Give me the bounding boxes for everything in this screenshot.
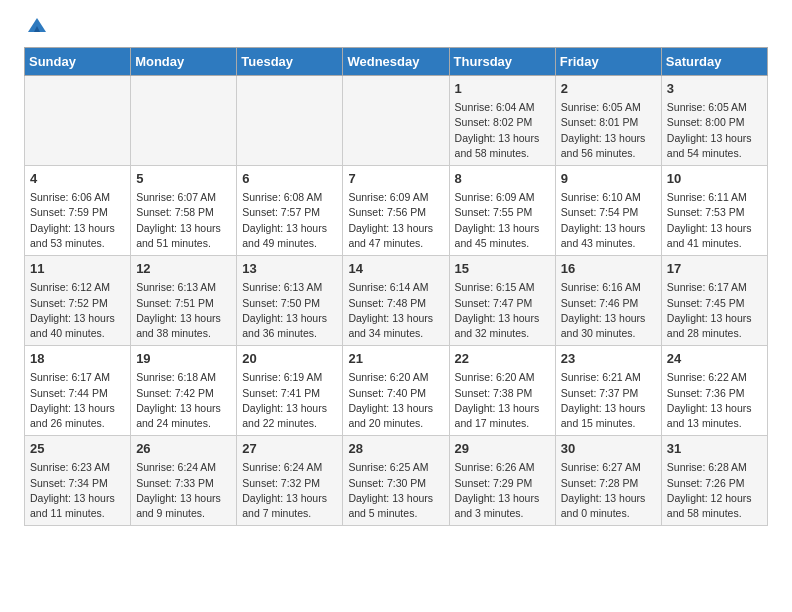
calendar-day-cell: 22Sunrise: 6:20 AMSunset: 7:38 PMDayligh…: [449, 346, 555, 436]
day-info-text: and 58 minutes.: [455, 146, 550, 161]
day-info-text: Sunrise: 6:13 AM: [136, 280, 231, 295]
day-number: 31: [667, 440, 762, 458]
day-info-text: Daylight: 13 hours: [348, 311, 443, 326]
day-number: 21: [348, 350, 443, 368]
day-number: 16: [561, 260, 656, 278]
day-info-text: and 45 minutes.: [455, 236, 550, 251]
day-info-text: and 40 minutes.: [30, 326, 125, 341]
day-info-text: Sunset: 7:29 PM: [455, 476, 550, 491]
day-info-text: Daylight: 13 hours: [348, 221, 443, 236]
day-info-text: Daylight: 13 hours: [667, 401, 762, 416]
day-info-text: and 24 minutes.: [136, 416, 231, 431]
day-info-text: Daylight: 13 hours: [561, 311, 656, 326]
day-info-text: Daylight: 13 hours: [455, 401, 550, 416]
day-number: 19: [136, 350, 231, 368]
day-info-text: Daylight: 13 hours: [455, 491, 550, 506]
day-info-text: Daylight: 13 hours: [242, 401, 337, 416]
day-info-text: Daylight: 13 hours: [30, 491, 125, 506]
day-number: 7: [348, 170, 443, 188]
day-info-text: Sunset: 7:32 PM: [242, 476, 337, 491]
calendar-day-cell: 29Sunrise: 6:26 AMSunset: 7:29 PMDayligh…: [449, 436, 555, 526]
day-info-text: Sunrise: 6:24 AM: [242, 460, 337, 475]
logo: [24, 20, 48, 41]
day-info-text: Sunrise: 6:16 AM: [561, 280, 656, 295]
day-info-text: Sunset: 7:40 PM: [348, 386, 443, 401]
calendar-week-row: 4Sunrise: 6:06 AMSunset: 7:59 PMDaylight…: [25, 166, 768, 256]
calendar-day-cell: 1Sunrise: 6:04 AMSunset: 8:02 PMDaylight…: [449, 76, 555, 166]
logo-icon: [26, 16, 48, 34]
weekday-header-wednesday: Wednesday: [343, 48, 449, 76]
day-info-text: Sunrise: 6:05 AM: [667, 100, 762, 115]
weekday-header-saturday: Saturday: [661, 48, 767, 76]
day-info-text: Sunset: 7:38 PM: [455, 386, 550, 401]
day-info-text: Sunrise: 6:24 AM: [136, 460, 231, 475]
day-info-text: Sunrise: 6:10 AM: [561, 190, 656, 205]
day-info-text: Sunset: 7:45 PM: [667, 296, 762, 311]
day-info-text: Sunset: 7:53 PM: [667, 205, 762, 220]
day-info-text: Daylight: 13 hours: [348, 491, 443, 506]
day-number: 25: [30, 440, 125, 458]
day-info-text: Sunset: 7:41 PM: [242, 386, 337, 401]
day-info-text: Sunrise: 6:26 AM: [455, 460, 550, 475]
day-info-text: Sunset: 7:50 PM: [242, 296, 337, 311]
day-info-text: Sunset: 7:56 PM: [348, 205, 443, 220]
day-info-text: and 51 minutes.: [136, 236, 231, 251]
day-info-text: and 3 minutes.: [455, 506, 550, 521]
calendar-day-cell: 16Sunrise: 6:16 AMSunset: 7:46 PMDayligh…: [555, 256, 661, 346]
calendar-day-cell: 12Sunrise: 6:13 AMSunset: 7:51 PMDayligh…: [131, 256, 237, 346]
calendar-day-cell: 26Sunrise: 6:24 AMSunset: 7:33 PMDayligh…: [131, 436, 237, 526]
day-info-text: and 26 minutes.: [30, 416, 125, 431]
day-info-text: Sunset: 8:00 PM: [667, 115, 762, 130]
page-header: [24, 20, 768, 41]
day-info-text: Sunrise: 6:12 AM: [30, 280, 125, 295]
day-number: 1: [455, 80, 550, 98]
day-info-text: Sunset: 7:36 PM: [667, 386, 762, 401]
day-info-text: Daylight: 13 hours: [455, 131, 550, 146]
day-info-text: Daylight: 13 hours: [561, 221, 656, 236]
day-info-text: Sunset: 7:26 PM: [667, 476, 762, 491]
day-info-text: and 15 minutes.: [561, 416, 656, 431]
day-info-text: Sunrise: 6:21 AM: [561, 370, 656, 385]
day-number: 5: [136, 170, 231, 188]
day-info-text: Sunrise: 6:09 AM: [348, 190, 443, 205]
weekday-header-thursday: Thursday: [449, 48, 555, 76]
day-info-text: and 5 minutes.: [348, 506, 443, 521]
day-info-text: and 34 minutes.: [348, 326, 443, 341]
calendar-day-cell: 24Sunrise: 6:22 AMSunset: 7:36 PMDayligh…: [661, 346, 767, 436]
day-info-text: and 47 minutes.: [348, 236, 443, 251]
calendar-day-cell: 25Sunrise: 6:23 AMSunset: 7:34 PMDayligh…: [25, 436, 131, 526]
day-info-text: and 38 minutes.: [136, 326, 231, 341]
day-info-text: and 13 minutes.: [667, 416, 762, 431]
day-info-text: Daylight: 13 hours: [30, 221, 125, 236]
day-number: 22: [455, 350, 550, 368]
day-info-text: and 43 minutes.: [561, 236, 656, 251]
day-info-text: Daylight: 13 hours: [667, 221, 762, 236]
calendar-day-cell: 8Sunrise: 6:09 AMSunset: 7:55 PMDaylight…: [449, 166, 555, 256]
day-info-text: Daylight: 13 hours: [136, 401, 231, 416]
day-info-text: Sunrise: 6:23 AM: [30, 460, 125, 475]
calendar-day-cell: 30Sunrise: 6:27 AMSunset: 7:28 PMDayligh…: [555, 436, 661, 526]
calendar-day-cell: 27Sunrise: 6:24 AMSunset: 7:32 PMDayligh…: [237, 436, 343, 526]
calendar-day-cell: 5Sunrise: 6:07 AMSunset: 7:58 PMDaylight…: [131, 166, 237, 256]
day-info-text: Sunrise: 6:05 AM: [561, 100, 656, 115]
day-number: 20: [242, 350, 337, 368]
day-number: 24: [667, 350, 762, 368]
calendar-day-cell: 31Sunrise: 6:28 AMSunset: 7:26 PMDayligh…: [661, 436, 767, 526]
day-info-text: Sunset: 7:33 PM: [136, 476, 231, 491]
day-number: 23: [561, 350, 656, 368]
calendar-week-row: 25Sunrise: 6:23 AMSunset: 7:34 PMDayligh…: [25, 436, 768, 526]
day-info-text: and 41 minutes.: [667, 236, 762, 251]
day-info-text: Daylight: 13 hours: [667, 131, 762, 146]
day-info-text: Sunrise: 6:19 AM: [242, 370, 337, 385]
day-number: 9: [561, 170, 656, 188]
day-number: 17: [667, 260, 762, 278]
day-info-text: Sunrise: 6:17 AM: [30, 370, 125, 385]
day-number: 14: [348, 260, 443, 278]
day-info-text: Sunset: 7:42 PM: [136, 386, 231, 401]
day-number: 13: [242, 260, 337, 278]
day-number: 28: [348, 440, 443, 458]
calendar-day-cell: 21Sunrise: 6:20 AMSunset: 7:40 PMDayligh…: [343, 346, 449, 436]
calendar-day-cell: 15Sunrise: 6:15 AMSunset: 7:47 PMDayligh…: [449, 256, 555, 346]
day-info-text: Sunrise: 6:27 AM: [561, 460, 656, 475]
day-info-text: Daylight: 13 hours: [667, 311, 762, 326]
